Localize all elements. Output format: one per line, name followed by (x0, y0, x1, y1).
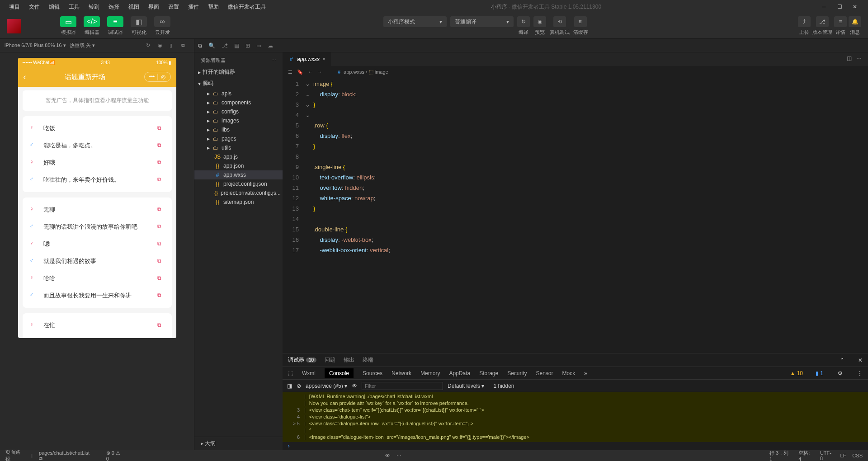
file-project.private.config.js...[interactable]: {} project.private.config.js... (194, 188, 283, 198)
folder-apis[interactable]: ▸ 🗀 apis (194, 89, 283, 98)
devtab-sensor[interactable]: Sensor (536, 370, 553, 376)
console-output[interactable]: |[WXML Runtime warning] ./pages/chatList… (283, 392, 868, 442)
menu-工具[interactable]: 工具 (64, 4, 84, 10)
devtab-memory[interactable]: Memory (420, 370, 440, 376)
menu-文件[interactable]: 文件 (24, 4, 44, 10)
menu-微信开发者工具[interactable]: 微信开发者工具 (223, 4, 270, 10)
files-icon[interactable]: ⧉ (198, 42, 202, 49)
copy-icon[interactable]: ⧉ (157, 159, 165, 166)
list-icon[interactable]: ☰ (288, 69, 292, 75)
copy-icon[interactable]: ⧉ (157, 258, 165, 265)
back-icon[interactable]: ← (308, 69, 313, 75)
capsule-menu[interactable]: ••• │ ◎ (144, 72, 171, 82)
forward-icon[interactable]: → (317, 69, 322, 75)
close-icon[interactable]: ✕ (858, 357, 863, 363)
copy-icon[interactable]: ⧉ (157, 322, 165, 329)
cursor-position[interactable]: 行 3，列 1 (769, 450, 792, 461)
hot-reload-toggle[interactable]: 热重载 关 ▾ (70, 42, 95, 49)
inspect-icon[interactable]: ⬚ (288, 370, 293, 376)
devtab-sources[interactable]: Sources (363, 370, 382, 376)
menu-项目[interactable]: 项目 (5, 4, 24, 10)
indent-type[interactable]: 空格: 4 (798, 450, 814, 461)
layout-icon[interactable]: ⧉ (181, 42, 189, 48)
devtab-appdata[interactable]: AppData (449, 370, 470, 376)
branch-icon[interactable]: ⎇ (222, 42, 228, 49)
file-sitemap.json[interactable]: {} sitemap.json (194, 198, 283, 207)
record-icon[interactable]: ◉ (158, 42, 166, 48)
preview-button[interactable]: ◉ (533, 16, 546, 27)
folder-utils[interactable]: ▸ 🗀 utils (194, 143, 283, 152)
warnings-badge[interactable]: ▲ 10 (790, 370, 803, 376)
cloud-button[interactable]: ∞云开发 (151, 16, 173, 36)
tab-output[interactable]: 输出 (344, 356, 354, 364)
clear-console-icon[interactable]: ⊘ (297, 383, 301, 389)
chevron-up-icon[interactable]: ⌃ (840, 357, 844, 363)
kebab-icon[interactable]: ⋮ (857, 370, 863, 376)
source-section[interactable]: ▾ 源码 (194, 78, 283, 89)
terminal-icon[interactable]: ▭ (256, 42, 261, 49)
context-selector[interactable]: appservice (#5) ▾ (306, 383, 347, 389)
version-button[interactable]: ⎇ (816, 16, 829, 27)
tab-problems[interactable]: 问题 (325, 356, 335, 364)
copy-icon[interactable]: ⧉ (157, 206, 165, 213)
editor-button[interactable]: </>编辑器 (81, 16, 103, 36)
menu-界面[interactable]: 界面 (144, 4, 164, 10)
code-editor[interactable]: 1234567891011121314151617 ⌄ ⌄ ⌄ ⌄ image … (283, 78, 868, 353)
devtab-wxml[interactable]: Wxml (302, 370, 316, 376)
errors-count[interactable]: ⊗ 0 ⚠ 0 (106, 450, 124, 461)
search-icon[interactable]: 🔍 (208, 42, 215, 49)
ext-icon[interactable]: ▦ (234, 42, 239, 49)
copy-icon[interactable]: ⧉ (157, 223, 165, 230)
menu-编辑[interactable]: 编辑 (44, 4, 64, 10)
folder-pages[interactable]: ▸ 🗀 pages (194, 134, 283, 143)
folder-libs[interactable]: ▸ 🗀 libs (194, 125, 283, 134)
more-icon[interactable]: ⋯ (271, 57, 276, 63)
simulator-button[interactable]: ▭模拟器 (57, 16, 79, 36)
maximize-icon[interactable]: ☐ (837, 4, 844, 10)
bookmark-icon[interactable]: 🔖 (297, 69, 303, 75)
debugger-button[interactable]: ≡调试器 (104, 16, 126, 36)
tab-debugger[interactable]: 调试器10 (288, 356, 316, 364)
devtab-console[interactable]: Console (325, 368, 354, 378)
file-app.js[interactable]: JS app.js (194, 152, 283, 161)
file-app.wxss[interactable]: # app.wxss (194, 170, 283, 179)
folder-components[interactable]: ▸ 🗀 components (194, 98, 283, 107)
copy-icon[interactable]: ⧉ (157, 176, 165, 183)
menu-帮助[interactable]: 帮助 (203, 4, 223, 10)
device-selector[interactable]: iPhone 6/7/8 Plus 85% 16 ▾ (5, 42, 66, 48)
open-editors-section[interactable]: ▸ 打开的编辑器 (194, 66, 283, 78)
menu-选择[interactable]: 选择 (104, 4, 124, 10)
sidebar-toggle-icon[interactable]: ◨ (287, 383, 292, 389)
eye-icon[interactable]: 👁 (385, 453, 390, 458)
devtab-network[interactable]: Network (392, 370, 411, 376)
page-path[interactable]: pages/chatList/chatList ⧉ (39, 450, 94, 461)
menu-设置[interactable]: 设置 (164, 4, 184, 10)
info-badge[interactable]: ▮ 1 (816, 370, 823, 376)
eye-icon[interactable]: 👁 (352, 383, 357, 389)
copy-icon[interactable]: ⧉ (157, 292, 165, 299)
more-icon[interactable]: ⋯ (396, 453, 401, 459)
menu-转到[interactable]: 转到 (84, 4, 104, 10)
refresh-icon[interactable]: ↻ (146, 42, 154, 48)
upload-button[interactable]: ⤴ (798, 16, 811, 27)
compile-mode-dropdown[interactable]: 普通编译▾ (450, 16, 514, 27)
message-button[interactable]: 🔔 (849, 16, 861, 27)
file-project.config.json[interactable]: {} project.config.json (194, 179, 283, 188)
levels-dropdown[interactable]: Default levels ▾ (448, 383, 484, 389)
file-app.json[interactable]: {} app.json (194, 161, 283, 170)
visualize-button[interactable]: ◧可视化 (128, 16, 150, 36)
devtab-mock[interactable]: Mock (562, 370, 576, 376)
eol[interactable]: LF (840, 453, 846, 458)
folder-images[interactable]: ▸ 🗀 images (194, 116, 283, 125)
copy-icon[interactable]: ⧉ (157, 125, 165, 132)
more-tabs-icon[interactable]: » (584, 370, 587, 376)
devtab-storage[interactable]: Storage (479, 370, 498, 376)
encoding[interactable]: UTF-8 (820, 450, 834, 461)
menu-插件[interactable]: 插件 (184, 4, 203, 10)
menu-视图[interactable]: 视图 (124, 4, 144, 10)
editor-tab[interactable]: # app.wxss × (283, 52, 331, 66)
compile-button[interactable]: ↻ (517, 16, 530, 27)
language-mode[interactable]: CSS (852, 453, 863, 458)
remote-debug-button[interactable]: ⟲ (553, 16, 566, 27)
layout-icon[interactable]: ⊞ (245, 42, 250, 49)
